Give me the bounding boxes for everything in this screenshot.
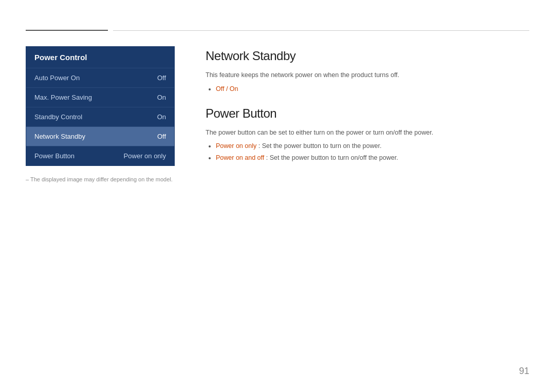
network-standby-bullet-1: Off / On (216, 84, 529, 94)
main-layout: Power Control Auto Power On Off Max. Pow… (26, 46, 529, 182)
network-standby-title: Network Standby (206, 49, 529, 63)
menu-item-standby-control[interactable]: Standby Control On (26, 107, 174, 127)
max-power-saving-label: Max. Power Saving (34, 94, 92, 101)
power-button-bullet-1: Power on only : Set the power button to … (216, 141, 529, 151)
network-standby-value: Off (157, 133, 166, 140)
standby-control-label: Standby Control (34, 113, 82, 121)
power-button-desc: The power button can be set to either tu… (206, 128, 529, 138)
menu-item-power-button[interactable]: Power Button Power on only (26, 146, 174, 165)
section-network-standby: Network Standby This feature keeps the n… (206, 49, 529, 94)
power-button-label: Power Button (34, 152, 75, 160)
section-power-button: Power Button The power button can be set… (206, 106, 529, 163)
menu-box: Power Control Auto Power On Off Max. Pow… (26, 46, 175, 166)
menu-item-network-standby[interactable]: Network Standby Off (26, 127, 174, 146)
power-button-bullets: Power on only : Set the power button to … (216, 141, 529, 163)
standby-control-value: On (157, 113, 166, 121)
power-on-and-off-highlight: Power on and off (216, 154, 264, 161)
network-standby-label: Network Standby (34, 133, 85, 140)
network-standby-desc: This feature keeps the network power on … (206, 70, 529, 80)
menu-item-auto-power-on[interactable]: Auto Power On Off (26, 68, 174, 88)
menu-header: Power Control (26, 47, 174, 68)
power-on-only-text: : Set the power button to turn on the po… (258, 142, 382, 150)
power-on-and-off-text: : Set the power button to turn on/off th… (266, 154, 398, 161)
power-button-value: Power on only (124, 152, 166, 160)
top-line-dark (26, 30, 108, 31)
network-standby-bullets: Off / On (216, 84, 529, 94)
top-line-light (113, 30, 529, 31)
page-number: 91 (519, 366, 529, 377)
auto-power-on-value: Off (157, 74, 166, 82)
page-container: Power Control Auto Power On Off Max. Pow… (0, 0, 555, 392)
power-button-bullet-2: Power on and off : Set the power button … (216, 153, 529, 163)
power-button-title: Power Button (206, 106, 529, 121)
top-lines (26, 30, 529, 31)
footnote: – The displayed image may differ dependi… (26, 176, 175, 182)
auto-power-on-label: Auto Power On (34, 74, 80, 82)
menu-item-max-power-saving[interactable]: Max. Power Saving On (26, 88, 174, 107)
network-standby-option: Off / On (216, 85, 238, 92)
left-panel: Power Control Auto Power On Off Max. Pow… (26, 46, 175, 182)
power-on-only-highlight: Power on only (216, 142, 256, 150)
max-power-saving-value: On (157, 94, 166, 101)
right-panel: Network Standby This feature keeps the n… (206, 46, 529, 182)
